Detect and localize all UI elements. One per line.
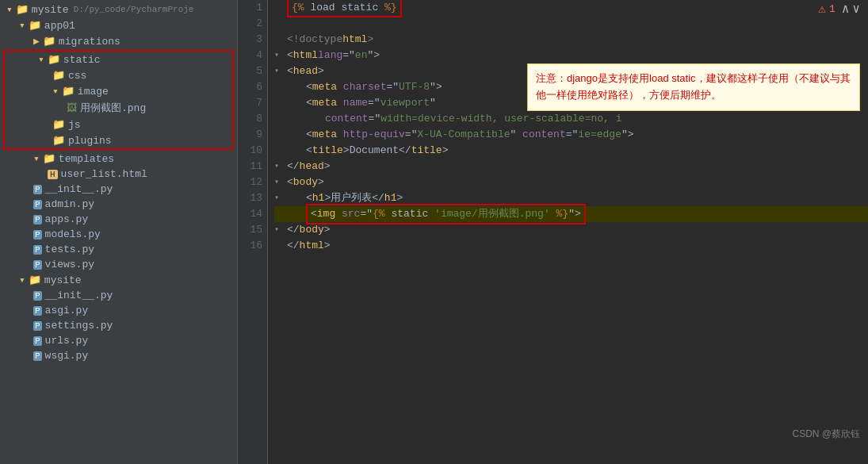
code-line-8: content="width=device-width, user-scalab… — [274, 111, 868, 127]
py-file-icon: P — [33, 351, 42, 361]
sidebar-item-image[interactable]: ▾ 📁 image — [5, 83, 232, 99]
folder-icon: 📁 — [62, 85, 75, 98]
folder-icon: 📁 — [29, 19, 41, 32]
sidebar-item-tests[interactable]: P tests.py — [0, 242, 237, 257]
line-num-16: 16 — [238, 238, 262, 254]
sidebar-label-asgi: asgi.py — [45, 305, 89, 316]
folder-icon: 📁 — [52, 118, 65, 131]
sidebar-label-screenshot: 用例截图.png — [80, 101, 146, 115]
file-tree[interactable]: ▾ 📁 mysite D:/py_code/PycharmProje ▾ 📁 a… — [0, 0, 238, 464]
line-num-7: 7 — [238, 95, 262, 111]
sidebar-item-init-app[interactable]: P __init__.py — [0, 182, 237, 197]
sidebar-item-asgi[interactable]: P asgi.py — [0, 303, 237, 318]
error-badge: ⚠ 1 ∧ ∨ — [818, 2, 860, 17]
sidebar-label-apps: apps.py — [45, 213, 89, 225]
line-num-2: 2 — [238, 16, 262, 32]
nav-up-arrow[interactable]: ∧ — [842, 2, 850, 17]
chevron-down-icon: ▾ — [38, 53, 44, 66]
code-line-3: <!doctype html> — [274, 32, 868, 48]
template-tag-highlight: {% load static %} — [287, 0, 402, 17]
py-file-icon: P — [33, 291, 42, 301]
folder-icon: 📁 — [52, 134, 65, 147]
static-highlight-box: ▾ 📁 static 📁 css ▾ 📁 image 🖼 用例截图.png 📁 … — [3, 50, 234, 150]
sidebar-label-css: css — [68, 70, 86, 82]
py-file-icon: P — [33, 200, 42, 209]
code-editor: 1 2 3 4 5 6 7 8 9 10 11 12 13 14 15 16 {… — [238, 0, 868, 464]
py-file-icon: P — [33, 230, 42, 240]
sidebar-item-models[interactable]: P models.py — [0, 227, 237, 242]
annotation-box: 注意：django是支持使用load static，建议都这样子使用（不建议与其… — [527, 63, 860, 111]
sidebar-item-settings[interactable]: P settings.py — [0, 318, 237, 333]
sidebar-item-admin[interactable]: P admin.py — [0, 197, 237, 212]
sidebar-item-mysite-inner[interactable]: ▾ 📁 mysite — [0, 272, 237, 288]
code-line-1: {% load static %} ⚠ 1 ∧ ∨ — [274, 0, 868, 16]
line-num-10: 10 — [238, 143, 262, 159]
code-area[interactable]: {% load static %} ⚠ 1 ∧ ∨ <!doctype html… — [268, 0, 868, 464]
sidebar-label-plugins: plugins — [68, 135, 112, 147]
sidebar-item-apps[interactable]: P apps.py — [0, 212, 237, 227]
sidebar-item-urls[interactable]: P urls.py — [0, 333, 237, 348]
sidebar-item-js[interactable]: 📁 js — [5, 117, 232, 132]
sidebar-label-migrations: migrations — [59, 36, 120, 48]
line-num-1: 1 — [238, 0, 262, 16]
folder-icon: 📁 — [43, 152, 55, 165]
code-line-10: <title>Document</title> — [274, 143, 868, 159]
chevron-right-icon: ▶ — [33, 35, 40, 48]
code-line-15: ▾ </body> — [274, 222, 868, 238]
sidebar-label-wsgi: wsgi.py — [45, 350, 89, 362]
code-line-16: </html> — [274, 238, 868, 254]
line-num-9: 9 — [238, 127, 262, 143]
sidebar-label-app01: app01 — [44, 20, 75, 32]
sidebar-item-templates[interactable]: ▾ 📁 templates — [0, 151, 237, 167]
warning-icon: ⚠ — [818, 2, 826, 17]
sidebar-label-urls: urls.py — [45, 335, 89, 347]
sidebar-item-init-mysite[interactable]: P __init__.py — [0, 288, 237, 303]
code-line-9: <meta http-equiv="X-UA-Compatible" conte… — [274, 127, 868, 143]
png-file-icon: 🖼 — [67, 102, 77, 114]
line-num-13: 13 — [238, 190, 262, 206]
sidebar-label-models: models.py — [45, 228, 101, 240]
sidebar-item-app01[interactable]: ▾ 📁 app01 — [0, 17, 237, 33]
sidebar-label-image: image — [78, 86, 109, 98]
code-line-4: ▾ <html lang="en"> — [274, 48, 868, 63]
line-num-3: 3 — [238, 32, 262, 48]
sidebar-label-init-app: __init__.py — [45, 183, 113, 195]
py-file-icon: P — [33, 321, 42, 331]
line-num-8: 8 — [238, 111, 262, 127]
sidebar-label-mysite: mysite — [32, 4, 69, 16]
sidebar-item-migrations[interactable]: ▶ 📁 migrations — [0, 33, 237, 49]
code-line-14: <img src="{% static 'image/用例截图.png' %}"… — [274, 206, 868, 222]
sidebar-label-mysite-inner: mysite — [44, 274, 82, 286]
sidebar-label-js: js — [68, 119, 81, 131]
sidebar-item-views[interactable]: P views.py — [0, 257, 237, 272]
folder-icon: 📁 — [48, 53, 60, 66]
sidebar-item-screenshot[interactable]: 🖼 用例截图.png — [5, 99, 232, 117]
sidebar-item-css[interactable]: 📁 css — [5, 67, 232, 83]
sidebar-item-wsgi[interactable]: P wsgi.py — [0, 348, 237, 363]
line-num-4: 4 — [238, 48, 262, 63]
py-file-icon: P — [33, 245, 42, 255]
sidebar-label-init-mysite: __init__.py — [45, 290, 113, 301]
folder-icon: ▾ — [6, 3, 13, 16]
sidebar-path: D:/py_code/PycharmProje — [74, 5, 194, 14]
chevron-down-icon: ▾ — [19, 274, 25, 286]
py-file-icon: P — [33, 336, 42, 346]
line-num-6: 6 — [238, 79, 262, 95]
folder-open-icon: 📁 — [16, 3, 29, 16]
sidebar-label-templates: templates — [59, 153, 114, 165]
line-num-12: 12 — [238, 174, 262, 190]
error-count: 1 — [829, 2, 835, 17]
sidebar-item-mysite-root[interactable]: ▾ 📁 mysite D:/py_code/PycharmProje — [0, 2, 237, 17]
sidebar-item-static[interactable]: ▾ 📁 static — [5, 52, 232, 67]
watermark: CSDN @蔡欣钰 — [792, 426, 860, 442]
line-num-5: 5 — [238, 63, 262, 79]
folder-icon: 📁 — [29, 274, 41, 286]
sidebar-item-plugins[interactable]: 📁 plugins — [5, 132, 232, 148]
nav-down-arrow[interactable]: ∨ — [852, 2, 860, 17]
sidebar-item-user-list[interactable]: H user_list.html — [0, 167, 237, 182]
html-file-icon: H — [48, 170, 58, 179]
code-template-open: {% — [292, 2, 304, 13]
editor-content: 1 2 3 4 5 6 7 8 9 10 11 12 13 14 15 16 {… — [238, 0, 868, 464]
sidebar-label-views: views.py — [45, 259, 94, 270]
sidebar-label-tests: tests.py — [45, 244, 94, 255]
